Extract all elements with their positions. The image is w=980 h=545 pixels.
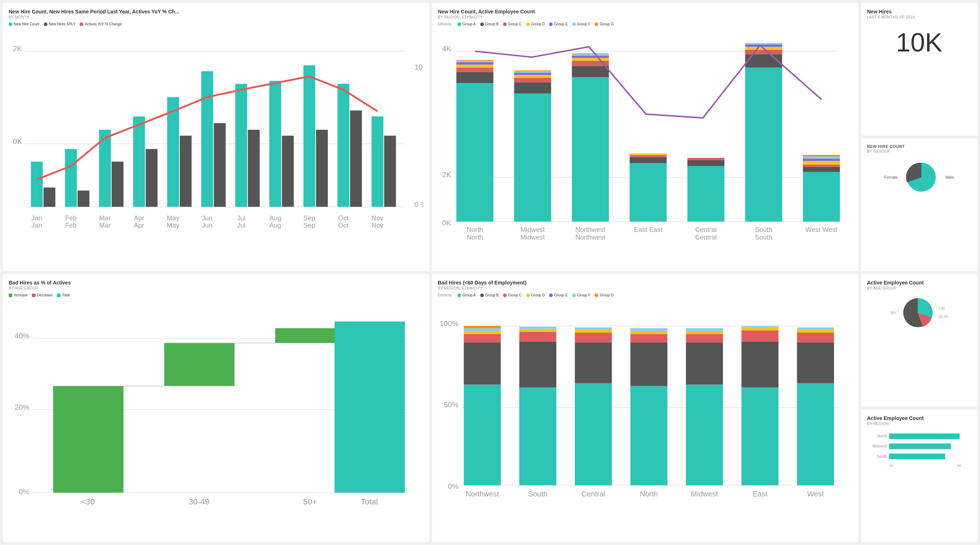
bar-sply-aug xyxy=(282,135,294,207)
svg-text:Northwest: Northwest xyxy=(576,226,606,233)
bar-northwest-E xyxy=(572,56,609,58)
svg-text:Feb: Feb xyxy=(65,214,77,222)
increase-icon xyxy=(9,293,12,297)
svg-text:Feb: Feb xyxy=(65,222,77,229)
legend-grpE: Group E xyxy=(549,22,568,26)
bar-east-D xyxy=(630,153,667,155)
legend-sply: New Hires SPLY xyxy=(44,22,76,26)
bar-sply-nov xyxy=(384,135,396,207)
bot-grpG-label: Group G xyxy=(600,293,614,297)
bar-west-G xyxy=(803,155,840,156)
bh-w-B xyxy=(797,343,834,383)
grpG-label: Group G xyxy=(600,22,614,26)
svg-text:Apr: Apr xyxy=(134,222,145,229)
ethnicity-legend-top: Ethnicity Group A Group B Group C Group … xyxy=(438,22,853,26)
grpA-icon xyxy=(457,22,461,26)
bh-s-E xyxy=(519,327,556,329)
bh-n-C xyxy=(630,334,667,342)
bar-south-A xyxy=(745,67,782,222)
svg-text:Midwest: Midwest xyxy=(520,226,545,233)
bh-nw-D xyxy=(464,331,501,334)
combo-chart-svg: 2K 0K 10 % 0 % xyxy=(9,29,423,237)
new-hire-count-chart: New Hire Count, New Hires Same Period La… xyxy=(3,3,429,271)
bar-nh-jun xyxy=(201,72,213,207)
bh-x-midwest: Midwest xyxy=(691,489,718,498)
svg-text:West West: West West xyxy=(805,226,837,233)
bh-region-subtitle: BY REGION, ETHNICITY xyxy=(438,286,853,290)
legend-grpF: Group F xyxy=(572,22,591,26)
legend-grpB: Group B xyxy=(480,22,499,26)
bar-sply-sep xyxy=(316,130,328,207)
svg-text:Oct: Oct xyxy=(338,222,349,229)
bar-west-E xyxy=(803,159,840,161)
bar-west-A xyxy=(803,172,840,222)
svg-text:Jul: Jul xyxy=(237,214,245,222)
bar-central-C xyxy=(687,158,724,160)
grpD-icon xyxy=(526,22,530,26)
bh-pct-svg: 40% 20% 0% <30 xyxy=(9,300,423,515)
bar-lt30-inc xyxy=(53,386,124,492)
bar-nh-jan xyxy=(31,162,43,207)
svg-text:Sep: Sep xyxy=(304,214,315,222)
bar-nh-feb xyxy=(65,149,77,207)
bot-grpE-label: Group E xyxy=(554,293,568,297)
bh-n-B xyxy=(630,343,667,386)
bar-sply-jan xyxy=(43,188,56,207)
svg-text:0K: 0K xyxy=(13,137,22,145)
new-hire-region-chart: New Hire Count, Active Employee Count BY… xyxy=(432,3,858,271)
bh-nw-E xyxy=(464,328,501,331)
bh-c-E xyxy=(575,328,612,330)
svg-text:South: South xyxy=(755,226,773,233)
chart-subtitle-mid: BY REGION, ETHNICITY xyxy=(438,15,853,19)
bar-sply-may xyxy=(180,135,192,207)
region-chart-svg: 4K 2K 0K xyxy=(438,29,853,244)
svg-text:0%: 0% xyxy=(19,488,30,496)
kpi-subtitle: LAST 6 MONTHS OF 2014 xyxy=(867,15,971,19)
legend-bot-grpF: Group F xyxy=(572,293,591,297)
bar-nh-oct xyxy=(337,84,350,207)
svg-text:Midwest: Midwest xyxy=(520,233,545,241)
bar-midwest-A xyxy=(514,94,551,222)
bar-west-D xyxy=(803,161,840,164)
age-subtitle: BY AGE GROUP xyxy=(867,286,971,290)
svg-text:Mar: Mar xyxy=(99,214,111,222)
chart-legend: New Hire Count New Hires SPLY Actives Yo… xyxy=(9,22,423,26)
bh-mw-E xyxy=(686,328,723,331)
gender-title: NEW HIRE COUNT xyxy=(867,144,971,148)
svg-text:100%: 100% xyxy=(440,319,458,328)
svg-text:Aug: Aug xyxy=(269,222,282,229)
legend-bot-grpA: Group A xyxy=(457,293,476,297)
legend-grpA: Group A xyxy=(457,22,476,26)
bh-w-E xyxy=(797,328,834,330)
bh-c-A xyxy=(575,383,612,485)
gender-pie-svg xyxy=(903,159,939,195)
bar-sply-mar xyxy=(111,162,124,207)
legend-yoy: Actives YoY % Change xyxy=(80,22,122,26)
age-3049-label: 30-49 xyxy=(939,315,948,319)
svg-text:Aug: Aug xyxy=(269,214,282,222)
svg-text:Jan: Jan xyxy=(32,214,42,222)
svg-text:North: North xyxy=(467,226,483,233)
grpA-label: Group A xyxy=(463,22,476,26)
legend-yoy-label: Actives YoY % Change xyxy=(85,22,122,26)
bot-grpD-label: Group D xyxy=(531,293,545,297)
bar-nh-sep xyxy=(304,65,315,207)
kpi-title: New Hires xyxy=(867,9,971,14)
bar-midwest-G xyxy=(514,70,551,71)
bh-region-svg: 100% 50% 0% xyxy=(438,300,853,508)
bar-central-A xyxy=(687,166,724,222)
bar-south-C xyxy=(745,49,782,54)
increase-label: Increase xyxy=(14,293,27,297)
yoy-icon xyxy=(80,22,83,26)
bar-north-E xyxy=(456,62,493,64)
bh-e-B xyxy=(741,342,778,388)
bar-sply-jul xyxy=(248,130,260,207)
bar-west-C xyxy=(803,164,840,167)
bar-north-G xyxy=(456,60,493,61)
region-north-label: North xyxy=(877,434,887,438)
bot-grpC-label: Group C xyxy=(508,293,522,297)
svg-text:South: South xyxy=(755,233,773,241)
region-bar-card: Active Employee Count BY REGION North Mi… xyxy=(861,410,977,542)
x-total: Total xyxy=(361,497,378,506)
grpC-label: Group C xyxy=(508,22,522,26)
